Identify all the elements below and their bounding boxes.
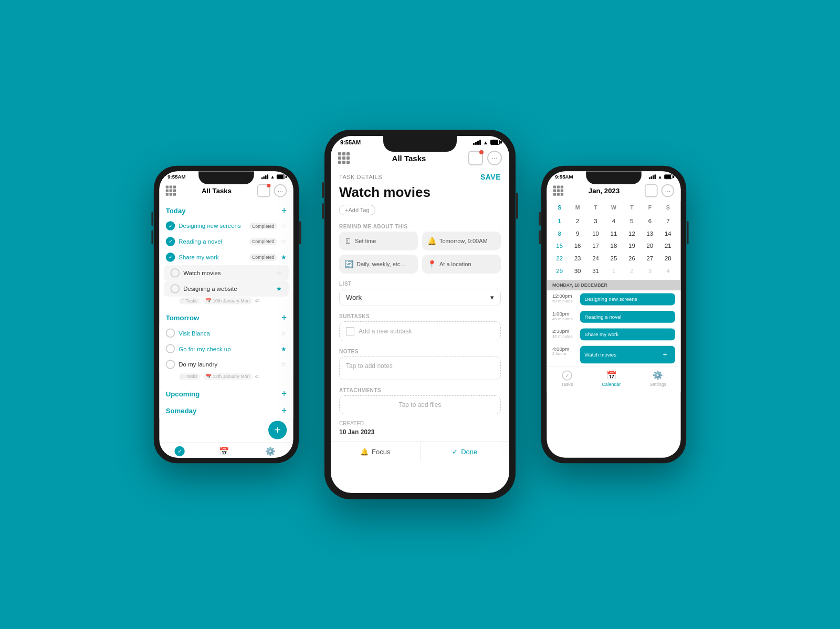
set-time-button[interactable]: 🗓 Set time bbox=[339, 232, 418, 250]
cal-day[interactable]: 14 bbox=[659, 227, 677, 240]
menu-button[interactable]: ··· bbox=[274, 184, 287, 197]
cal-day[interactable]: 8 bbox=[550, 227, 568, 240]
cal-day[interactable]: 29 bbox=[550, 265, 568, 277]
cal-day[interactable]: 3 bbox=[586, 215, 604, 227]
cal-day[interactable]: 21 bbox=[659, 239, 677, 252]
tab-settings[interactable]: ⚙️ Settings bbox=[649, 370, 666, 386]
task-item[interactable]: Reading a novel Completed ☆ bbox=[159, 234, 293, 249]
tab-settings-label: Settings bbox=[262, 457, 279, 458]
task-checkbox[interactable] bbox=[166, 237, 175, 246]
cal-day[interactable]: 22 bbox=[550, 252, 568, 265]
cal-day[interactable]: 19 bbox=[623, 239, 640, 252]
task-item[interactable]: Share my work Completed ★ bbox=[159, 249, 293, 265]
cal-day[interactable]: 24 bbox=[586, 252, 604, 265]
cal-day[interactable]: 30 bbox=[569, 265, 586, 277]
attachments-area[interactable]: Tap to add files bbox=[339, 395, 501, 414]
cal-day[interactable]: 16 bbox=[569, 239, 586, 252]
task-checkbox[interactable] bbox=[166, 253, 175, 262]
task-star-filled[interactable]: ★ bbox=[281, 254, 287, 261]
task-checkbox[interactable] bbox=[171, 268, 180, 278]
cal-day[interactable]: 11 bbox=[605, 227, 623, 240]
cal-day[interactable]: 4 bbox=[605, 215, 623, 227]
notes-area[interactable]: Tap to add notes bbox=[339, 357, 501, 380]
add-tag-button[interactable]: + Add Tag bbox=[339, 205, 375, 215]
cal-day[interactable]: 27 bbox=[641, 252, 659, 265]
upcoming-add-button[interactable]: + bbox=[281, 389, 287, 399]
cal-day[interactable]: 6 bbox=[641, 215, 659, 227]
cal-day[interactable]: 13 bbox=[641, 227, 659, 240]
cal-day[interactable]: 26 bbox=[623, 252, 640, 265]
grid-icon[interactable] bbox=[553, 185, 563, 195]
task-checkbox[interactable] bbox=[166, 360, 175, 369]
location-button[interactable]: 📍 At a location bbox=[422, 255, 501, 274]
task-checkbox[interactable] bbox=[166, 328, 175, 338]
cal-day[interactable]: 18 bbox=[605, 239, 623, 252]
add-tag-label: Add Tag bbox=[348, 207, 369, 213]
tab-tasks[interactable]: ✓ Tasks bbox=[174, 446, 185, 458]
tab-calendar[interactable]: 📅 Calendar bbox=[214, 446, 233, 458]
list-selector[interactable]: Work ▾ bbox=[339, 289, 501, 306]
cal-day[interactable]: 15 bbox=[550, 239, 568, 252]
today-add-button[interactable]: + bbox=[281, 205, 287, 216]
tab-settings[interactable]: ⚙️ Settings bbox=[262, 446, 279, 458]
repeat-button[interactable]: 🔄 Daily, weekly, etc... bbox=[339, 255, 418, 274]
signal-icon bbox=[261, 174, 268, 179]
subtask-input[interactable]: Add a new subtask bbox=[339, 321, 501, 341]
task-star[interactable]: ☆ bbox=[281, 361, 287, 368]
cal-day[interactable]: 9 bbox=[569, 227, 586, 240]
repeat-label: Daily, weekly, etc... bbox=[356, 261, 405, 267]
event-bar[interactable]: Watch movies + bbox=[580, 346, 675, 363]
task-star[interactable]: ☆ bbox=[276, 269, 282, 277]
task-checkbox[interactable] bbox=[166, 344, 175, 353]
cal-day[interactable]: 1 bbox=[550, 215, 568, 227]
task-item[interactable]: Designing a website ★ bbox=[164, 281, 289, 297]
notification-dot bbox=[267, 184, 270, 187]
add-button[interactable] bbox=[645, 184, 658, 197]
done-button[interactable]: ✓ Done bbox=[420, 442, 510, 462]
cal-day[interactable]: 20 bbox=[641, 239, 659, 252]
task-checkbox[interactable] bbox=[166, 221, 175, 230]
grid-icon[interactable] bbox=[166, 185, 176, 195]
cal-day[interactable]: 17 bbox=[586, 239, 604, 252]
cal-day[interactable]: 2 bbox=[569, 215, 586, 227]
cal-day[interactable]: 5 bbox=[623, 215, 640, 227]
event-bar[interactable]: Designing new screens bbox=[580, 293, 675, 306]
task-star[interactable]: ☆ bbox=[281, 222, 287, 229]
add-button[interactable] bbox=[468, 151, 483, 165]
cal-day-muted: 4 bbox=[659, 265, 677, 277]
grid-icon[interactable] bbox=[338, 152, 350, 164]
cal-day[interactable]: 31 bbox=[586, 265, 604, 277]
tab-tasks[interactable]: ✓ Tasks bbox=[561, 370, 573, 386]
task-star-filled[interactable]: ★ bbox=[276, 285, 282, 292]
save-button[interactable]: Save bbox=[480, 173, 501, 181]
menu-button[interactable]: ··· bbox=[487, 151, 502, 165]
fab-add-button[interactable]: + bbox=[268, 421, 287, 439]
task-item[interactable]: Do my laundry ☆ bbox=[159, 357, 293, 372]
add-button[interactable] bbox=[257, 184, 270, 197]
event-bar[interactable]: Reading a novel bbox=[580, 311, 675, 323]
task-star[interactable]: ☆ bbox=[281, 238, 287, 245]
tab-calendar[interactable]: 📅 Calendar bbox=[602, 370, 621, 386]
menu-button[interactable]: ··· bbox=[662, 184, 675, 197]
task-item[interactable]: Go for my check up ★ bbox=[159, 341, 293, 357]
focus-button[interactable]: 🔔 Focus bbox=[331, 442, 420, 462]
task-item-selected[interactable]: Watch movies ☆ bbox=[164, 265, 289, 281]
cal-day[interactable]: 7 bbox=[659, 215, 677, 227]
day-header-wed: W bbox=[605, 203, 623, 213]
cal-day[interactable]: 12 bbox=[623, 227, 640, 240]
task-item[interactable]: Visit Bianca ☆ bbox=[159, 325, 293, 341]
cal-day[interactable]: 25 bbox=[605, 252, 623, 265]
someday-add-button[interactable]: + bbox=[281, 405, 287, 416]
time-preset-button[interactable]: 🔔 Tomorrow, 9:00AM bbox=[422, 232, 501, 250]
tomorrow-add-button[interactable]: + bbox=[281, 312, 287, 323]
event-row: 4:00pm 2 hours Watch movies + bbox=[547, 343, 680, 366]
cal-day-today[interactable]: 10 bbox=[586, 227, 604, 240]
cal-day[interactable]: 23 bbox=[569, 252, 586, 265]
add-event-button[interactable]: + bbox=[659, 349, 670, 360]
task-item[interactable]: Designing new screens Completed ☆ bbox=[159, 218, 293, 234]
event-bar[interactable]: Share my work bbox=[580, 328, 675, 340]
task-checkbox[interactable] bbox=[171, 284, 180, 293]
cal-day[interactable]: 28 bbox=[659, 252, 677, 265]
task-star-filled[interactable]: ★ bbox=[281, 345, 287, 352]
task-star[interactable]: ☆ bbox=[281, 329, 287, 337]
